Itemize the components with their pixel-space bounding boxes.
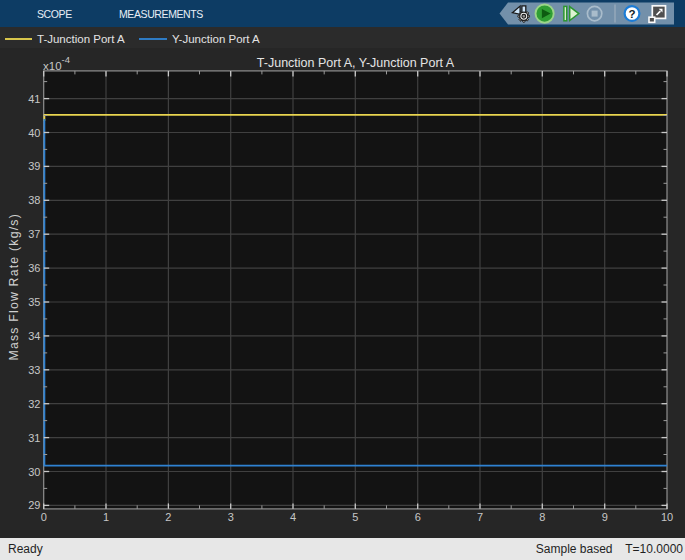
svg-text:2: 2 — [165, 511, 171, 523]
svg-text:T-Junction Port A, Y-Junction: T-Junction Port A, Y-Junction Port A — [257, 56, 455, 70]
svg-text:35: 35 — [28, 296, 40, 308]
svg-text:40: 40 — [28, 127, 40, 139]
svg-text:Mass Flow Rate (kg/s): Mass Flow Rate (kg/s) — [7, 213, 21, 361]
svg-text:31: 31 — [28, 432, 40, 444]
svg-text:10: 10 — [661, 511, 673, 523]
svg-text:4: 4 — [290, 511, 296, 523]
svg-text:30: 30 — [28, 466, 40, 478]
svg-text:7: 7 — [477, 511, 483, 523]
svg-text:6: 6 — [415, 511, 421, 523]
svg-text:36: 36 — [28, 262, 40, 274]
svg-text:29: 29 — [28, 499, 40, 511]
svg-text:33: 33 — [28, 364, 40, 376]
svg-text:39: 39 — [28, 160, 40, 172]
svg-text:9: 9 — [602, 511, 608, 523]
svg-text:34: 34 — [28, 330, 40, 342]
svg-text:41: 41 — [28, 93, 40, 105]
svg-text:-4: -4 — [62, 54, 70, 65]
svg-text:32: 32 — [28, 398, 40, 410]
svg-text:1: 1 — [103, 511, 109, 523]
svg-text:38: 38 — [28, 194, 40, 206]
svg-text:3: 3 — [228, 511, 234, 523]
svg-text:37: 37 — [28, 228, 40, 240]
svg-text:5: 5 — [352, 511, 358, 523]
svg-text:?: ? — [628, 8, 635, 20]
svg-text:8: 8 — [539, 511, 545, 523]
svg-text:0: 0 — [41, 511, 47, 523]
svg-text:x10: x10 — [43, 60, 62, 72]
